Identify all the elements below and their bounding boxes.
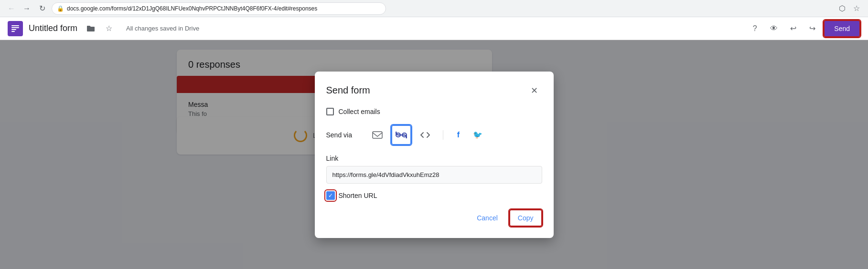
url-text: docs.google.com/forms/d/12xD1JgQ68ILNFUe…: [67, 5, 317, 12]
reload-button[interactable]: ↻: [36, 3, 48, 14]
send-form-modal: Send form ✕ Collect emails Send via: [315, 72, 554, 238]
lock-icon: 🔒: [57, 5, 64, 12]
modal-title: Send form: [326, 85, 370, 96]
send-button[interactable]: Send: [824, 20, 860, 37]
forward-button[interactable]: →: [21, 3, 32, 14]
svg-rect-0: [11, 25, 19, 26]
svg-rect-4: [373, 132, 382, 138]
address-bar[interactable]: 🔒 docs.google.com/forms/d/12xD1JgQ68ILNF…: [52, 2, 386, 15]
send-via-link-button[interactable]: [391, 125, 411, 145]
collect-emails-row: Collect emails: [326, 108, 542, 115]
shorten-url-checkbox[interactable]: [326, 191, 335, 200]
app-header: Untitled form ☆ All changes saved in Dri…: [0, 17, 868, 40]
facebook-icon: f: [457, 131, 460, 139]
social-icons: f 🐦: [451, 127, 485, 143]
facebook-share-button[interactable]: f: [451, 127, 466, 143]
twitter-share-button[interactable]: 🐦: [470, 127, 485, 143]
svg-rect-3: [11, 31, 15, 32]
header-right: ? 👁 ↩ ↪ Send: [747, 20, 860, 37]
twitter-icon: 🐦: [473, 130, 482, 139]
modal-header: Send form ✕: [326, 83, 542, 98]
send-via-divider: [443, 130, 443, 140]
send-via-email-button[interactable]: [367, 125, 387, 145]
link-label: Link: [326, 155, 542, 162]
preview-icon[interactable]: 👁: [766, 21, 782, 36]
svg-rect-1: [11, 27, 19, 28]
bookmark-icon[interactable]: ☆: [851, 3, 862, 14]
app-title: Untitled form: [29, 23, 77, 33]
folder-icon[interactable]: [83, 21, 98, 36]
send-via-label: Send via: [326, 131, 360, 139]
send-via-icons: f 🐦: [367, 125, 485, 145]
browser-chrome: ← → ↻ 🔒 docs.google.com/forms/d/12xD1JgQ…: [0, 0, 868, 17]
star-icon[interactable]: ☆: [101, 21, 117, 36]
collect-emails-checkbox[interactable]: [326, 108, 334, 115]
saved-text: All changes saved in Drive: [126, 25, 199, 32]
send-via-row: Send via: [326, 125, 542, 145]
shorten-url-row: Shorten URL: [326, 191, 542, 200]
help-icon[interactable]: ?: [747, 21, 762, 36]
copy-button[interactable]: Copy: [509, 209, 542, 227]
undo-icon[interactable]: ↩: [785, 21, 801, 36]
cancel-button[interactable]: Cancel: [469, 209, 505, 227]
shorten-url-label: Shorten URL: [339, 192, 377, 199]
app-icon: [8, 21, 23, 36]
svg-rect-2: [11, 29, 16, 30]
collect-emails-label: Collect emails: [339, 108, 380, 115]
modal-actions: Cancel Copy: [326, 209, 542, 227]
redo-icon[interactable]: ↪: [804, 21, 820, 36]
modal-close-button[interactable]: ✕: [527, 83, 542, 98]
browser-actions: ⬡ ☆: [836, 3, 862, 14]
app-header-icons: ☆: [83, 21, 117, 36]
modal-overlay: Send form ✕ Collect emails Send via: [0, 40, 868, 269]
send-via-embed-button[interactable]: [415, 125, 435, 145]
back-button[interactable]: ←: [6, 3, 17, 14]
main-content: 0 responses Messa This fo Loading respon…: [0, 40, 868, 269]
cast-icon[interactable]: ⬡: [836, 3, 848, 14]
link-url-display: https://forms.gle/4dVfdiadVkxuhEmz28: [326, 166, 542, 184]
